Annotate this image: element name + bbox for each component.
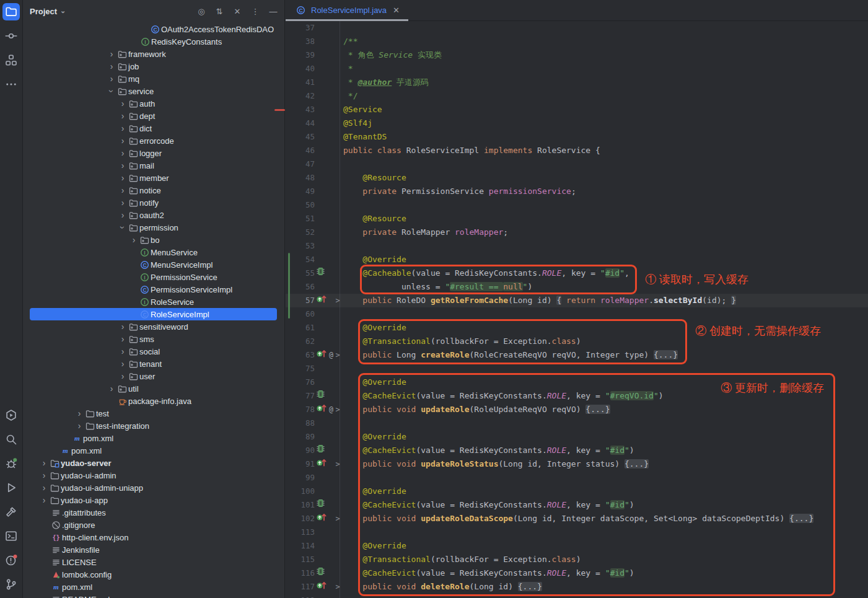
chevron-collapsed-icon[interactable]: ›: [38, 482, 50, 493]
tab-close-icon[interactable]: ✕: [393, 6, 400, 15]
chevron-collapsed-icon[interactable]: ›: [116, 160, 129, 171]
tree-item-member[interactable]: ›member: [23, 172, 284, 184]
tree-item-package-info-java[interactable]: package-info.java: [23, 395, 284, 407]
override-gutter-icon[interactable]: [316, 403, 327, 417]
code-line-43[interactable]: 43@Service: [286, 103, 868, 117]
tree-item-roleserviceimpl[interactable]: CRoleServiceImpl: [23, 308, 284, 320]
search-icon[interactable]: [2, 431, 20, 448]
code-line-99[interactable]: 99: [286, 471, 868, 485]
chevron-collapsed-icon[interactable]: ›: [38, 457, 50, 468]
tree-item-pom-xml[interactable]: mpom.xml: [23, 432, 284, 444]
chevron-collapsed-icon[interactable]: ›: [116, 209, 129, 221]
code-editor[interactable]: 3738/**39 * 角色 Service 实现类40 *41 * @auth…: [286, 21, 868, 598]
override-gutter-icon[interactable]: [316, 348, 327, 363]
tree-item-user[interactable]: ›user: [23, 370, 284, 382]
terminal-tool-icon[interactable]: [2, 527, 20, 545]
annotation-gutter-icon[interactable]: @: [329, 403, 333, 416]
chevron-collapsed-icon[interactable]: ›: [116, 346, 129, 357]
project-view-selector[interactable]: Project ⌄: [30, 7, 66, 16]
chevron-collapsed-icon[interactable]: ›: [116, 185, 129, 196]
cache-gutter-icon[interactable]: [316, 266, 325, 281]
code-line-101[interactable]: 101 @CacheEvict(value = RedisKeyConstant…: [286, 498, 868, 512]
code-line-113[interactable]: 113: [286, 525, 868, 539]
chevron-collapsed-icon[interactable]: ›: [73, 408, 85, 419]
code-line-55[interactable]: 55 @Cacheable(value = RedisKeyConstants.…: [286, 266, 868, 280]
tree-item-permission[interactable]: ›permission: [23, 221, 284, 234]
tree-item-mail[interactable]: ›mail: [23, 159, 284, 172]
chevron-collapsed-icon[interactable]: ›: [128, 234, 140, 245]
code-line-57[interactable]: 57> public RoleDO getRoleFromCache(Long …: [286, 294, 868, 307]
chevron-collapsed-icon[interactable]: ›: [116, 358, 129, 369]
tree-item-readme-md[interactable]: README.md: [23, 593, 284, 598]
more-tools-icon[interactable]: [2, 76, 20, 93]
chevron-collapsed-icon[interactable]: ›: [116, 333, 129, 345]
tree-item-sms[interactable]: ›sms: [23, 333, 284, 345]
fold-arrow-icon[interactable]: >: [333, 348, 342, 362]
tree-item-menuservice[interactable]: IMenuService: [23, 246, 284, 258]
project-tool-icon[interactable]: [2, 3, 20, 20]
chevron-collapsed-icon[interactable]: ›: [105, 383, 118, 394]
problems-tool-icon[interactable]: [2, 552, 20, 569]
tree-item-lombok-config[interactable]: lombok.config: [23, 568, 284, 581]
expand-collapse-icon[interactable]: ⇅: [214, 7, 224, 16]
code-line-115[interactable]: 115 @Transactional(rollbackFor = Excepti…: [286, 553, 868, 566]
chevron-collapsed-icon[interactable]: ›: [38, 470, 50, 481]
code-line-40[interactable]: 40 *: [286, 62, 868, 76]
tree-item-permissionservice[interactable]: IPermissionService: [23, 271, 284, 283]
tab-roleserviceimpl-java[interactable]: C RoleServiceImpl.java ✕: [286, 0, 408, 20]
chevron-collapsed-icon[interactable]: ›: [73, 420, 85, 431]
code-line-117[interactable]: 117> public void deleteRole(Long id) {..…: [286, 580, 868, 594]
chevron-collapsed-icon[interactable]: ›: [116, 321, 129, 332]
code-line-114[interactable]: 114 @Override: [286, 539, 868, 553]
tree-item-bo[interactable]: ›bo: [23, 234, 284, 246]
chevron-expanded-icon[interactable]: ›: [106, 85, 117, 97]
code-line-91[interactable]: 91> public void updateRoleStatus(Long id…: [286, 457, 868, 471]
code-line-45[interactable]: 45@TenantDS: [286, 130, 868, 144]
code-line-88[interactable]: 88: [286, 416, 868, 430]
override-gutter-icon[interactable]: [316, 512, 327, 526]
code-line-53[interactable]: 53: [286, 239, 868, 253]
tree-item--gitignore[interactable]: .gitignore: [23, 519, 284, 531]
chevron-collapsed-icon[interactable]: ›: [116, 98, 129, 109]
tree-item--gitattributes[interactable]: .gitattributes: [23, 506, 284, 519]
tree-item-jenkinsfile[interactable]: Jenkinsfile: [23, 543, 284, 556]
code-line-75[interactable]: 75: [286, 362, 868, 376]
fold-arrow-icon[interactable]: >: [333, 294, 342, 307]
code-line-60[interactable]: 60: [286, 307, 868, 321]
tree-item-rediskeyconstants[interactable]: IRedisKeyConstants: [23, 35, 284, 48]
tree-item-tenant[interactable]: ›tenant: [23, 358, 284, 370]
code-line-46[interactable]: 46public class RoleServiceImpl implement…: [286, 144, 868, 157]
code-line-47[interactable]: 47: [286, 157, 868, 171]
tree-item-mq[interactable]: ›mq: [23, 73, 284, 85]
code-line-54[interactable]: 54 @Override: [286, 253, 868, 266]
code-line-116[interactable]: 116 @CacheEvict(value = RedisKeyConstant…: [286, 566, 868, 580]
tree-item-pom-xml[interactable]: mpom.xml: [23, 444, 284, 457]
tree-item-oauth2[interactable]: ›oauth2: [23, 209, 284, 221]
code-line-52[interactable]: 52 private RoleMapper roleMapper;: [286, 226, 868, 239]
tree-item-yudao-ui-admin-uniapp[interactable]: ›yudao-ui-admin-uniapp: [23, 481, 284, 494]
tree-item-notice[interactable]: ›notice: [23, 184, 284, 196]
tree-item-job[interactable]: ›job: [23, 60, 284, 73]
git-branch-icon[interactable]: [2, 576, 20, 593]
code-line-44[interactable]: 44@Slf4j: [286, 117, 868, 130]
code-line-39[interactable]: 39 * 角色 Service 实现类: [286, 48, 868, 62]
chevron-collapsed-icon[interactable]: ›: [116, 371, 129, 382]
tree-item-dept[interactable]: ›dept: [23, 110, 284, 122]
tree-item-errorcode[interactable]: ›errorcode: [23, 134, 284, 147]
structure-tool-icon[interactable]: [2, 51, 20, 69]
override-gutter-icon[interactable]: [316, 294, 327, 308]
tree-item-sensitiveword[interactable]: ›sensitiveword: [23, 320, 284, 333]
tree-item-framework[interactable]: ›framework: [23, 48, 284, 60]
code-line-118[interactable]: 118: [286, 594, 868, 598]
code-line-37[interactable]: 37: [286, 21, 868, 35]
chevron-collapsed-icon[interactable]: ›: [116, 147, 129, 159]
code-line-38[interactable]: 38/**: [286, 35, 868, 48]
chevron-collapsed-icon[interactable]: ›: [116, 135, 129, 146]
code-line-56[interactable]: 56 unless = "#result == null"): [286, 280, 868, 294]
code-line-48[interactable]: 48 @Resource: [286, 171, 868, 185]
code-line-42[interactable]: 42 */: [286, 89, 868, 103]
code-line-90[interactable]: 90 @CacheEvict(value = RedisKeyConstants…: [286, 444, 868, 457]
tree-item-license[interactable]: LICENSE: [23, 556, 284, 568]
tree-item-util[interactable]: ›util: [23, 382, 284, 395]
tree-item-yudao-ui-app[interactable]: ›yudao-ui-app: [23, 494, 284, 506]
